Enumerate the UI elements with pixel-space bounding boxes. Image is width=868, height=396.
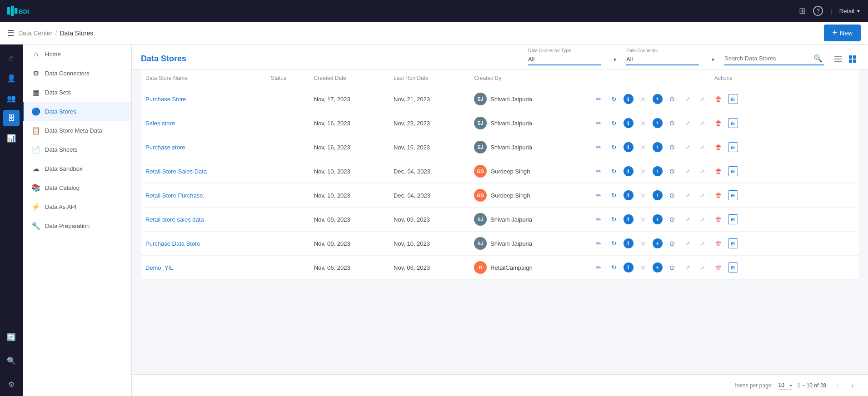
qr-icon-6[interactable]: ⊞ (728, 238, 738, 248)
add-icon-0[interactable]: + (653, 94, 663, 104)
sidebar-item-api[interactable]: ⚡ Data As API (23, 197, 131, 216)
expand-icon-1[interactable]: ↗ (682, 117, 693, 129)
sidebar-item-metadata[interactable]: 📋 Data Store Meta Data (23, 121, 131, 140)
history-icon-2[interactable]: ⊙ (666, 141, 678, 153)
row-name-5[interactable]: Retail store sales data (141, 208, 266, 232)
info-icon-4[interactable]: ℹ (624, 190, 634, 200)
share-icon-3[interactable]: ⤫ (637, 165, 649, 177)
add-icon-5[interactable]: + (653, 214, 663, 224)
row-name-1[interactable]: Sales store (141, 111, 266, 135)
sidebar-item-sheets[interactable]: 📄 Data Sheets (23, 140, 131, 159)
row-name-0[interactable]: Purchase Store (141, 87, 266, 111)
check-icon-6[interactable]: ✓ (697, 238, 709, 249)
add-icon-6[interactable]: + (653, 238, 663, 248)
refresh-icon-4[interactable]: ↻ (608, 189, 620, 201)
share-icon-2[interactable]: ⤫ (637, 141, 649, 153)
delete-icon-0[interactable]: 🗑 (713, 93, 724, 105)
nav-icon-settings[interactable]: ⚙ (3, 376, 20, 392)
history-icon-6[interactable]: ⊙ (666, 238, 678, 249)
edit-icon-2[interactable]: ✏ (593, 141, 604, 153)
share-icon-6[interactable]: ⤫ (637, 238, 649, 249)
nav-icon-search[interactable]: 🔍 (3, 352, 20, 369)
delete-icon-1[interactable]: 🗑 (713, 117, 724, 129)
edit-icon-7[interactable]: ✏ (593, 262, 604, 273)
edit-icon-1[interactable]: ✏ (593, 117, 604, 129)
breadcrumb-root[interactable]: Data Center (18, 30, 52, 37)
next-page-button[interactable]: › (846, 379, 859, 392)
qr-icon-2[interactable]: ⊞ (728, 142, 738, 152)
info-icon-0[interactable]: ℹ (624, 94, 634, 104)
history-icon-5[interactable]: ⊙ (666, 213, 678, 225)
history-icon-4[interactable]: ⊙ (666, 189, 678, 201)
nav-icon-groups[interactable]: 👥 (3, 90, 20, 106)
refresh-icon-5[interactable]: ↻ (608, 213, 620, 225)
new-button[interactable]: + New (824, 25, 861, 41)
share-icon-4[interactable]: ⤫ (637, 189, 649, 201)
edit-icon-3[interactable]: ✏ (593, 165, 604, 177)
connector-select[interactable]: All (626, 54, 699, 65)
add-icon-4[interactable]: + (653, 190, 663, 200)
check-icon-1[interactable]: ✓ (697, 117, 709, 129)
delete-icon-3[interactable]: 🗑 (713, 165, 724, 177)
refresh-icon-6[interactable]: ↻ (608, 238, 620, 249)
history-icon-7[interactable]: ⊙ (666, 262, 678, 273)
sidebar-item-datastores[interactable]: 🔵 Data Stores (23, 102, 131, 121)
info-icon-6[interactable]: ℹ (624, 238, 634, 248)
list-view-button[interactable] (832, 53, 844, 65)
apps-icon[interactable]: ⊞ (799, 6, 806, 16)
refresh-icon-0[interactable]: ↻ (608, 93, 620, 105)
nav-icon-user[interactable]: 👤 (3, 70, 20, 86)
qr-icon-0[interactable]: ⊞ (728, 94, 738, 104)
edit-icon-0[interactable]: ✏ (593, 93, 604, 105)
edit-icon-6[interactable]: ✏ (593, 238, 604, 249)
nav-icon-home[interactable]: ⌂ (3, 50, 20, 66)
check-icon-4[interactable]: ✓ (697, 189, 709, 201)
add-icon-3[interactable]: + (653, 166, 663, 176)
sidebar-item-datasets[interactable]: ▦ Data Sets (23, 83, 131, 102)
row-name-2[interactable]: Purchase store (141, 135, 266, 159)
share-icon-5[interactable]: ⤫ (637, 213, 649, 225)
nav-icon-api[interactable]: 🔄 (3, 329, 20, 345)
hamburger-icon[interactable]: ☰ (7, 28, 15, 38)
sidebar-item-sandbox[interactable]: ☁ Data Sandbox (23, 159, 131, 178)
info-icon-3[interactable]: ℹ (624, 166, 634, 176)
info-icon-7[interactable]: ℹ (624, 262, 634, 272)
row-name-3[interactable]: Retail Store Sales Data (141, 159, 266, 183)
grid-view-button[interactable] (846, 53, 859, 65)
search-input[interactable] (724, 55, 811, 62)
qr-icon-7[interactable]: ⊞ (728, 262, 738, 272)
check-icon-2[interactable]: ✓ (697, 141, 709, 153)
history-icon-0[interactable]: ⊙ (666, 93, 678, 105)
check-icon-3[interactable]: ✓ (697, 165, 709, 177)
expand-icon-4[interactable]: ↗ (682, 189, 693, 201)
sidebar-item-home[interactable]: ⌂ Home (23, 45, 131, 64)
refresh-icon-2[interactable]: ↻ (608, 141, 620, 153)
qr-icon-5[interactable]: ⊞ (728, 214, 738, 224)
refresh-icon-1[interactable]: ↻ (608, 117, 620, 129)
expand-icon-6[interactable]: ↗ (682, 238, 693, 249)
delete-icon-7[interactable]: 🗑 (713, 262, 724, 273)
share-icon-0[interactable]: ⤫ (637, 93, 649, 105)
qr-icon-3[interactable]: ⊞ (728, 166, 738, 176)
add-icon-2[interactable]: + (653, 142, 663, 152)
per-page-select[interactable]: 5 10 20 50 (778, 381, 792, 390)
history-icon-3[interactable]: ⊙ (666, 165, 678, 177)
sidebar-item-catalog[interactable]: 📚 Data Catalog (23, 178, 131, 197)
tenant-selector[interactable]: Retail ▼ (839, 8, 861, 15)
delete-icon-6[interactable]: 🗑 (713, 238, 724, 249)
row-name-4[interactable]: Retail Store Purchase... (141, 183, 266, 208)
sidebar-item-connectors[interactable]: ⚙ Data Connectors (23, 64, 131, 83)
refresh-icon-7[interactable]: ↻ (608, 262, 620, 273)
expand-icon-5[interactable]: ↗ (682, 213, 693, 225)
delete-icon-4[interactable]: 🗑 (713, 189, 724, 201)
row-name-6[interactable]: Purchase Data Store (141, 232, 266, 256)
expand-icon-2[interactable]: ↗ (682, 141, 693, 153)
check-icon-5[interactable]: ✓ (697, 213, 709, 225)
delete-icon-5[interactable]: 🗑 (713, 213, 724, 225)
nav-icon-data[interactable]: 🗄 (3, 110, 20, 126)
connector-type-select[interactable]: All (528, 54, 601, 65)
info-icon-1[interactable]: ℹ (624, 118, 634, 128)
add-icon-1[interactable]: + (653, 118, 663, 128)
edit-icon-4[interactable]: ✏ (593, 189, 604, 201)
expand-icon-7[interactable]: ↗ (682, 262, 693, 273)
